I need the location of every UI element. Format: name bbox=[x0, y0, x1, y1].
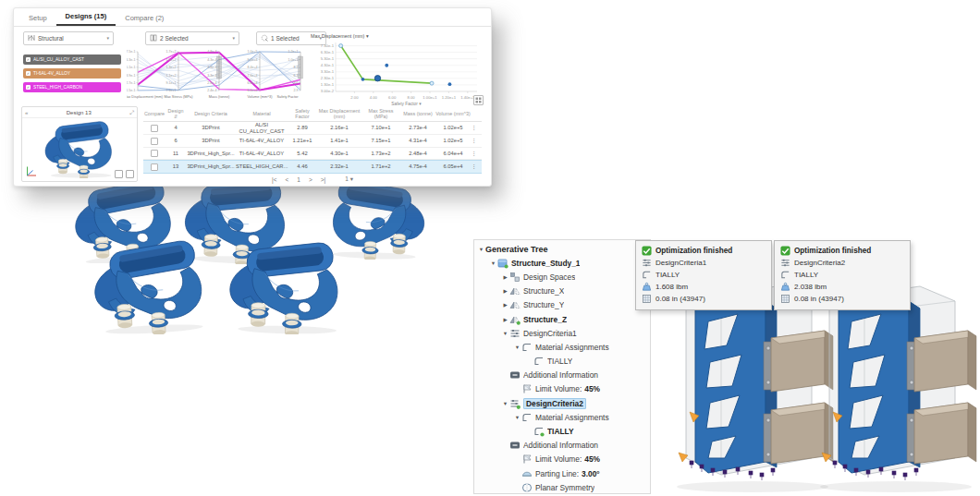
tree-item-tially[interactable]: TIALLY bbox=[474, 424, 650, 438]
scatter-xlabel[interactable]: Safety Factor ▾ bbox=[391, 102, 422, 106]
pc-axis-label[interactable]: Mass (tonne) bbox=[209, 94, 230, 99]
legend-chip-2[interactable]: ✓STEEL_HIGH_CARBON bbox=[23, 82, 121, 92]
scatter-xtick: 4.00 bbox=[370, 95, 378, 100]
tree-items: ▼Generative Tree▼Structure_Study_1▶Desig… bbox=[474, 242, 650, 494]
table-row-design-13[interactable]: 133DPrint_High_Spr...STEEL_HIGH_CAR...4.… bbox=[143, 160, 482, 174]
row-menu-icon[interactable]: ⋮ bbox=[471, 138, 478, 144]
axis-brush[interactable] bbox=[299, 56, 303, 79]
row-menu-icon[interactable]: ⋮ bbox=[471, 125, 478, 131]
scatter-point[interactable] bbox=[374, 76, 380, 81]
compare-checkbox[interactable] bbox=[151, 150, 158, 157]
tree-item-structure-x[interactable]: ▶Structure_X bbox=[474, 284, 650, 298]
compare-checkbox[interactable] bbox=[151, 163, 158, 171]
tree-item-limit-volume[interactable]: Limit Volume:45% bbox=[474, 453, 650, 466]
col-compare: Compare bbox=[143, 111, 165, 116]
tree-expander-icon[interactable]: ▶ bbox=[501, 274, 509, 280]
pc-tick-label: 4.5 bbox=[294, 81, 299, 85]
tab-designs[interactable]: Designs (15) bbox=[56, 9, 116, 26]
legend-chip-0[interactable]: ✓AL/SI_CU_ALLOY_CAST bbox=[23, 54, 121, 65]
sort-icon[interactable]: ⇵ bbox=[174, 114, 178, 119]
tooltip-title: Optimization finished bbox=[655, 247, 732, 255]
tree-item-designcriteria2[interactable]: ▼DesignCriteria2 bbox=[474, 396, 650, 410]
tree-expander-icon[interactable]: ▼ bbox=[501, 401, 509, 406]
tree-item-label: Additional Information bbox=[523, 370, 598, 380]
row-menu-icon[interactable]: ⋮ bbox=[471, 163, 478, 170]
scatter-ytick: 5.30e-1 bbox=[321, 56, 335, 61]
tree-item-generative-tree[interactable]: ▼Generative Tree bbox=[474, 242, 650, 256]
page-first-button[interactable]: |< bbox=[272, 176, 276, 183]
page-size-select[interactable]: 1 ▾ bbox=[345, 175, 353, 183]
study-type-select[interactable]: Structural ▾ bbox=[23, 31, 114, 45]
tree-expander-icon[interactable]: ▼ bbox=[501, 331, 509, 336]
tree-item-structure-y[interactable]: ▶Structure_Y bbox=[474, 298, 650, 312]
pc-axis-label[interactable]: Volume (mm^3) bbox=[247, 94, 273, 99]
tree-expander-icon[interactable]: ▶ bbox=[501, 317, 509, 322]
tree-item-additional-information[interactable]: Additional Information bbox=[474, 439, 650, 453]
table-row-design-11[interactable]: 113DPrint_High_Spr...TI-6AL-4V_ALLOY5.42… bbox=[143, 148, 482, 161]
page-next-button[interactable]: > bbox=[309, 176, 312, 183]
tree-item-planar-symmetry[interactable]: Planar Symmetry bbox=[474, 480, 650, 494]
pc-axis-label[interactable]: Max Stress (MPa) bbox=[164, 94, 193, 99]
table-row-design-6[interactable]: 63DPrintTI-6AL-4V_ALLOY1.21e+11.41e-17.1… bbox=[143, 135, 482, 148]
tab-compare[interactable]: Compare (2) bbox=[116, 11, 173, 26]
scatter-point[interactable] bbox=[385, 64, 388, 67]
table-row-design-4[interactable]: 43DPrintAL/SI CU_ALLOY_CAST2.892.16e-17.… bbox=[143, 122, 482, 135]
tab-setup[interactable]: Setup bbox=[19, 11, 56, 26]
tree-expander-icon[interactable]: ▼ bbox=[513, 415, 521, 420]
tree-item-material-assignments[interactable]: ▼Material Assignments bbox=[474, 410, 650, 424]
legend-checkbox[interactable]: ✓ bbox=[26, 57, 31, 62]
columns-select[interactable]: 2 Selected ▾ bbox=[145, 31, 239, 45]
tree-item-limit-volume[interactable]: Limit Volume:45% bbox=[474, 382, 650, 396]
tree-expander-icon[interactable]: ▶ bbox=[501, 302, 509, 308]
tree-item-additional-information[interactable]: Additional Information bbox=[474, 369, 650, 382]
tree-expander-icon[interactable]: ▼ bbox=[477, 247, 485, 252]
tree-item-designcriteria1[interactable]: ▼DesignCriteria1 bbox=[474, 326, 650, 340]
tree-item-design-spaces[interactable]: ▶Design Spaces bbox=[474, 270, 650, 284]
tree-expander-icon[interactable]: ▼ bbox=[489, 260, 497, 266]
compare-checkbox[interactable] bbox=[151, 125, 158, 132]
preview-viewport[interactable] bbox=[22, 118, 137, 180]
pc-axis-label[interactable]: Safety Factor bbox=[276, 94, 299, 99]
table-cell: STEEL_HIGH_CAR... bbox=[236, 163, 288, 170]
tree-item-structure-z[interactable]: ▶Structure_Z bbox=[474, 312, 650, 326]
tree-item-label: Structure_Study_1 bbox=[511, 259, 580, 268]
tree-expander-icon[interactable]: ▶ bbox=[501, 288, 509, 294]
parallel-coordinates-chart[interactable]: 7.5e-16.3e-15.1e-13.9e-12.7e-11.5e-1Max … bbox=[127, 47, 304, 104]
scatter-point[interactable] bbox=[361, 78, 365, 81]
tree-item-parting-line[interactable]: Parting Line:3.00° bbox=[474, 466, 650, 480]
scatter-plot[interactable]: Max Displacement (mm) ▾7.30e-16.30e-15.3… bbox=[310, 32, 482, 106]
table-view-toggle[interactable] bbox=[473, 95, 484, 105]
tree-expander-icon[interactable]: ▼ bbox=[513, 345, 521, 350]
col-design[interactable]: Design ⇵ bbox=[165, 108, 186, 120]
table-cell: 1.02e+5 bbox=[435, 125, 471, 131]
row-menu-icon[interactable]: ⋮ bbox=[471, 151, 478, 157]
legend-chip-1[interactable]: ✓TI-6AL-4V_ALLOY bbox=[23, 68, 121, 79]
scatter-point[interactable] bbox=[430, 81, 434, 85]
tree-item-tially[interactable]: TIALLY bbox=[474, 355, 650, 369]
tree-item-label: DesignCriteria1 bbox=[523, 329, 577, 338]
expand-panel-icon[interactable]: ⤢ bbox=[129, 110, 134, 115]
legend-checkbox[interactable]: ✓ bbox=[26, 71, 31, 76]
thumbnail-view-icon[interactable] bbox=[115, 170, 123, 178]
scatter-title[interactable]: Max Displacement (mm) ▾ bbox=[311, 33, 369, 39]
preview-model[interactable] bbox=[35, 119, 124, 178]
tree-item-structure-study-1[interactable]: ▼Structure_Study_1 bbox=[474, 256, 650, 270]
export-design-icon[interactable] bbox=[126, 170, 134, 178]
pc-tick-label: 7.6e+4 bbox=[247, 74, 257, 78]
preview-header: « Design 13 ⤢ bbox=[22, 107, 137, 118]
axis-brush[interactable] bbox=[217, 56, 222, 79]
pc-axis-label[interactable]: Max Displacement (mm) bbox=[127, 94, 164, 99]
design-model-5[interactable] bbox=[220, 238, 351, 334]
tree-item-material-assignments[interactable]: ▼Material Assignments bbox=[474, 340, 650, 354]
compare-checkbox[interactable] bbox=[151, 138, 158, 145]
flag-icon bbox=[521, 383, 533, 394]
page-prev-button[interactable]: < bbox=[286, 176, 289, 183]
scatter-point[interactable] bbox=[339, 44, 343, 48]
legend-checkbox[interactable]: ✓ bbox=[26, 85, 31, 90]
design-model-4[interactable] bbox=[85, 238, 214, 334]
study-type-value: Structural bbox=[38, 35, 64, 42]
scatter-point[interactable] bbox=[448, 82, 452, 86]
tree-item-label: Generative Tree bbox=[485, 245, 548, 254]
columns-value: 2 Selected bbox=[160, 35, 189, 42]
page-last-button[interactable]: >| bbox=[321, 176, 325, 183]
